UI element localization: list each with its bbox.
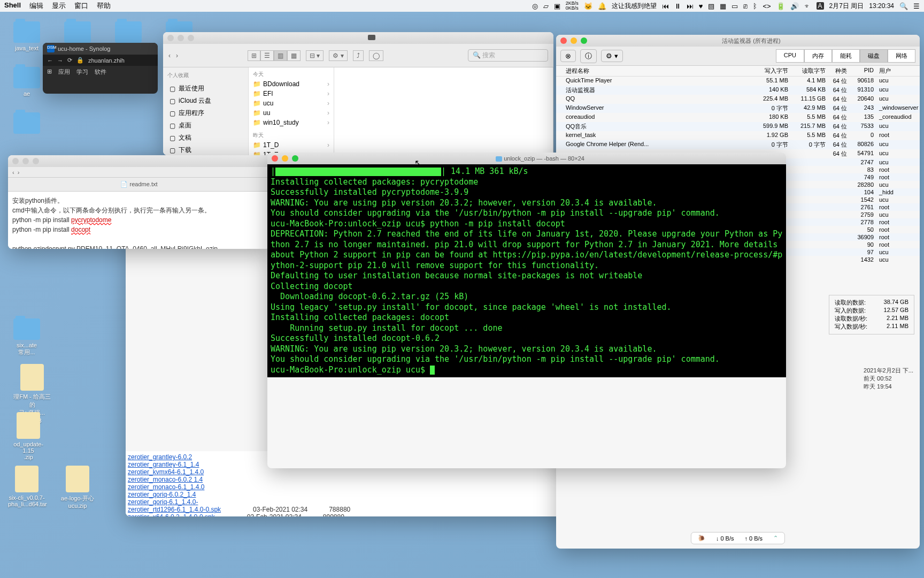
file-link[interactable]: zerotier_x64-6.0.2_1.4.0-0.spk [128,513,215,516]
folder-item[interactable]: 📁EFI› [249,89,334,98]
browser-tab[interactable]: DSM ucu-home - Synolog [43,43,158,55]
col-type[interactable]: 种类 [829,67,850,75]
finder-window[interactable]: ‹ › ⊞ ☰ ▥ ▦ ⊟ ▾ ⚙ ▾ ⤴ ◯ 🔍 搜索 个人收藏 ▢最近使用▢… [163,32,553,155]
process-row[interactable]: coreaudiod180 KB5.5 MB64 位135_coreaudiod [556,113,920,122]
minimize-icon[interactable] [282,155,288,162]
screen-icon[interactable]: ▭ [732,2,738,10]
expand-icon[interactable]: ⌃ [773,535,778,542]
sidebar-item[interactable]: ▢最近使用 [167,82,244,95]
close-icon[interactable] [167,35,174,41]
tab-CPU[interactable]: CPU [776,49,804,63]
sidebar-item[interactable]: ▢应用程序 [167,107,244,119]
process-row[interactable]: QuickTime Player55.1 MB4.1 MB64 位90618uc… [556,77,920,86]
textedit-body[interactable]: 安装python插件。 cmd中输入命令，以下两条命令分别执行，执行完一条再输入… [8,192,270,249]
share-button[interactable]: ⤴ [353,50,364,61]
process-row[interactable]: Google Chrome Helper (Rend...0 字节0 字节64 … [556,140,920,149]
snail-icon[interactable]: 🐌 [698,535,705,542]
back-button[interactable]: ‹ [168,52,171,59]
desktop-icon[interactable]: six-cli_v0.0.7- pha_li...d64.tar [8,466,45,507]
view-icons[interactable]: ⊞ [248,50,260,61]
minimize-icon[interactable] [22,158,29,164]
minimize-icon[interactable] [571,37,577,44]
zoom-icon[interactable] [33,158,39,164]
action-button[interactable]: ⚙ ▾ [329,50,347,61]
tab-网络[interactable]: 网络 [888,49,915,63]
bookmark-apps[interactable]: 应用 [58,68,70,76]
sidebar-item[interactable]: ▢文稿 [167,132,244,144]
back-icon[interactable]: ← [47,57,53,64]
minimize-icon[interactable] [178,35,184,41]
file-link[interactable]: zerotier_qoriq-6.0.2_1.4 [128,491,196,498]
tab-磁盘[interactable]: 磁盘 [860,49,888,63]
sidebar-item[interactable]: ▢桌面 [167,119,244,132]
close-icon[interactable] [560,37,567,44]
col-read[interactable]: 读取字节 [791,67,829,75]
menu-window[interactable]: 窗口 [74,1,88,11]
stop-button[interactable]: ⊗ [560,50,576,62]
zoom-icon[interactable] [581,37,587,44]
finder-titlebar[interactable] [163,32,553,44]
view-gallery[interactable]: ▦ [287,50,301,61]
sync-icon[interactable]: ◎ [532,2,538,10]
display-icon[interactable]: ⎚ [743,2,748,10]
desktop-icon[interactable] [59,21,96,45]
browser-window[interactable]: DSM ucu-home - Synolog ← → ⟳ 🔒 zhuanlan.… [43,43,158,94]
finder-icon[interactable]: ▣ [554,2,560,10]
app-name[interactable]: Shell [4,1,21,11]
file-row[interactable]: zerotier_monaco-6.0.2 1.4 [128,476,589,483]
sidebar-item[interactable]: ▢下载 [167,144,244,155]
folder-item[interactable]: 📁ucu› [249,98,334,108]
terminal-body[interactable]: || 14.1 MB 361 kB/s Installing collected… [267,164,786,377]
bookmark-study[interactable]: 学习 [76,68,88,76]
apps-icon[interactable]: ⊞ [47,68,52,76]
terminal-titlebar[interactable]: unlock_ozip — -bash — 80×24 [267,153,786,164]
media-prev-icon[interactable]: ⏮ [662,2,669,10]
process-row[interactable]: QQ音乐599.9 MB215.7 MB64 位7533ucu [556,122,920,131]
file-link[interactable]: zerotier_grantley-6.0.2 [128,453,192,461]
file-link[interactable]: zerotier_qoriq-6.1_1.4.0- [128,498,198,506]
file-link[interactable]: zerotier_grantley-6.1_1.4 [128,461,199,468]
col-pid[interactable]: PID [850,67,877,75]
file-link[interactable]: zerotier_rtd1296-6.1_1.4.0-0.spk [128,506,221,513]
search-input[interactable]: 🔍 搜索 [468,49,548,62]
desktop-icon[interactable] [110,21,147,45]
menu-edit[interactable]: 编辑 [29,1,43,11]
menu-view[interactable]: 显示 [52,1,66,11]
search-icon[interactable]: 🔍 [899,2,908,10]
textedit-titlebar[interactable] [8,155,270,167]
notification-icon[interactable]: ☰ [913,2,920,10]
gear-button[interactable]: ⚙ ▾ [601,50,623,62]
file-link[interactable]: zerotier_monaco-6.0.2 1.4 [128,476,203,483]
file-row[interactable]: zerotier_qoriq-6.0.2_1.4 [128,491,589,498]
close-icon[interactable] [12,158,19,164]
info-button[interactable]: ⓘ [580,49,597,63]
file-row[interactable]: zerotier_monaco-6.1_1.4.0 [128,483,589,491]
desktop-icon[interactable]: java_text [8,21,45,51]
url-text[interactable]: zhuanlan.zhih [88,57,125,64]
time[interactable]: 13:20:34 [869,2,894,10]
file-link[interactable]: zerotier_monaco-6.1_1.4.0 [128,483,204,491]
media-next-icon[interactable]: ⏭ [687,2,694,10]
zoom-icon[interactable] [188,35,194,41]
bell-icon[interactable]: 🔔 [598,2,606,10]
tab-能耗[interactable]: 能耗 [832,49,860,63]
file-row[interactable]: zerotier_rtd1296-6.1_1.4.0-0.spk03-Feb-2… [128,506,589,513]
forward-icon[interactable]: › [18,169,20,176]
textedit-window[interactable]: ‹ › 📄 readme.txt 安装python插件。 cmd中输入命令，以下… [8,155,270,249]
heart-icon[interactable]: ♥ [699,2,703,10]
tab-内存[interactable]: 内存 [804,49,832,63]
desktop-icon[interactable]: six...ate 常用... [8,318,45,356]
reload-icon[interactable]: ⟳ [67,57,72,64]
forward-icon[interactable]: → [57,57,63,64]
folder-item[interactable]: 📁1T_D› [249,140,334,150]
folder-item[interactable]: 📁uu› [249,108,334,118]
volume-icon[interactable]: 🔊 [790,2,799,10]
col-name[interactable]: 进程名称 [556,67,754,75]
sidebar-item[interactable]: ▢iCloud 云盘 [167,95,244,107]
address-bar[interactable]: ← → ⟳ 🔒 zhuanlan.zhih [43,55,158,66]
wifi-icon[interactable]: ᯤ [804,2,811,10]
file-tab[interactable]: 📄 readme.txt [120,181,157,188]
zoom-icon[interactable] [292,155,298,162]
view-columns[interactable]: ▥ [274,50,287,61]
file-row[interactable]: zerotier_kvmx64-6.1_1.4.0 [128,468,589,476]
